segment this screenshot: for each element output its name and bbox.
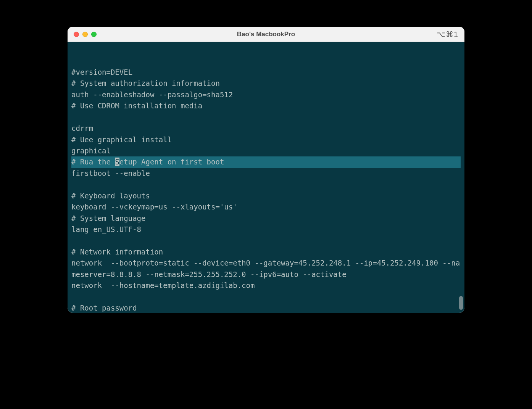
traffic-lights	[74, 32, 97, 37]
terminal-line	[71, 235, 461, 246]
window-title: Bao's MacbookPro	[68, 31, 464, 38]
terminal-line: # Root password	[71, 303, 461, 313]
terminal-line: # System authorization information	[71, 78, 461, 89]
terminal-line	[71, 112, 461, 123]
terminal-line: auth --enableshadow --passalgo=sha512	[71, 89, 461, 100]
text-cursor: S	[115, 158, 119, 166]
terminal-line: #version=DEVEL	[71, 67, 461, 78]
terminal-line: graphical	[71, 145, 461, 156]
terminal-line: keyboard --vckeymap=us --xlayouts='us'	[71, 201, 461, 213]
terminal-line	[71, 179, 461, 190]
terminal-line: # Network information	[71, 246, 461, 258]
terminal-line: # Rua the Setup Agent on first boot	[71, 156, 461, 167]
terminal-line: # Keyboard layouts	[71, 190, 461, 201]
terminal-line: lang en_US.UTF-8	[71, 224, 461, 235]
terminal-window: Bao's MacbookPro ⌥⌘1 #version=DEVEL# Sys…	[68, 27, 464, 313]
terminal-line: # Use CDROM installation media	[71, 100, 461, 111]
terminal-line: network --hostname=template.azdigilab.co…	[71, 280, 461, 291]
terminal-line: # System language	[71, 213, 461, 224]
zoom-button[interactable]	[91, 32, 97, 37]
minimize-button[interactable]	[82, 32, 88, 37]
shortcut-indicator: ⌥⌘1	[437, 30, 458, 39]
terminal-line: # Uee graphical install	[71, 134, 461, 145]
terminal-line: firstboot --enable	[71, 168, 461, 179]
terminal-line: network --bootproto=static --device=eth0…	[71, 258, 461, 280]
terminal-viewport[interactable]: #version=DEVEL# System authorization inf…	[68, 42, 464, 313]
titlebar: Bao's MacbookPro ⌥⌘1	[68, 27, 464, 42]
close-button[interactable]	[74, 32, 79, 37]
terminal-line	[71, 291, 461, 303]
terminal-line: cdrrm	[71, 123, 461, 134]
scrollbar-thumb[interactable]	[459, 296, 463, 310]
